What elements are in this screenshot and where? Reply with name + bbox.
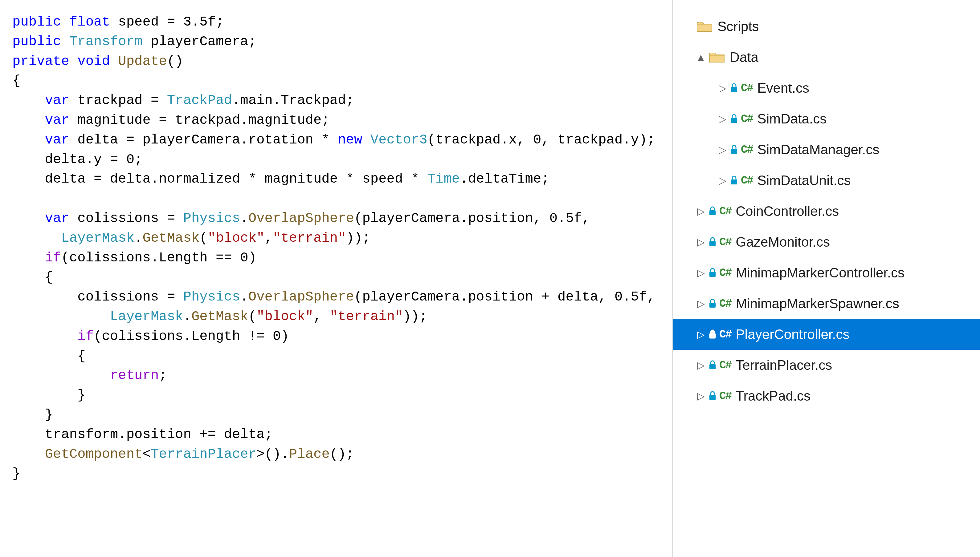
tree-item-label: TerrainPlacer.cs <box>736 357 980 373</box>
tree-file[interactable]: ▷C#SimDataManager.cs <box>673 134 980 165</box>
lock-icon <box>730 114 738 124</box>
lock-icon <box>730 83 738 93</box>
expand-icon[interactable]: ▷ <box>695 390 707 402</box>
tree-file[interactable]: ▷C#CoinController.cs <box>673 196 980 226</box>
expand-icon[interactable]: ▷ <box>695 267 707 278</box>
csharp-file-icon: C# <box>741 174 753 187</box>
csharp-file-icon: C# <box>741 113 753 125</box>
code-line[interactable]: var colissions = Physics.OverlapSphere(p… <box>12 209 666 228</box>
code-line[interactable]: transform.position += delta; <box>12 425 666 445</box>
lock-icon <box>708 329 717 340</box>
svg-rect-9 <box>709 364 715 369</box>
lock-icon <box>708 298 717 309</box>
lock-icon <box>708 391 717 401</box>
tree-item-label: Scripts <box>717 19 980 34</box>
tree-item-label: SimDataUnit.cs <box>757 173 980 188</box>
code-line[interactable]: LayerMask.GetMask("block","terrain")); <box>12 228 666 248</box>
tree-item-label: Event.cs <box>757 80 980 96</box>
csharp-file-icon: C# <box>741 143 753 156</box>
expand-icon[interactable]: ▷ <box>695 359 707 371</box>
csharp-file-icon: C# <box>741 82 753 94</box>
svg-rect-10 <box>709 395 715 400</box>
code-editor[interactable]: public float speed = 3.5f;public Transfo… <box>0 0 673 557</box>
code-line[interactable]: var magnitude = trackpad.magnitude; <box>12 111 666 130</box>
tree-item-label: PlayerController.cs <box>736 327 980 342</box>
code-line[interactable]: } <box>12 405 666 425</box>
lock-icon <box>708 360 717 370</box>
csharp-file-icon: C# <box>719 236 731 249</box>
tree-file[interactable]: ▷C#PlayerController.cs <box>673 319 980 350</box>
expand-icon[interactable]: ▷ <box>695 205 707 217</box>
expand-icon[interactable]: ▷ <box>695 298 707 309</box>
code-line[interactable]: LayerMask.GetMask("block", "terrain")); <box>12 307 666 327</box>
code-line[interactable]: if(colissions.Length == 0) <box>12 248 666 268</box>
csharp-file-icon: C# <box>719 328 731 341</box>
csharp-file-icon: C# <box>719 390 731 402</box>
tree-item-label: GazeMonitor.cs <box>736 235 980 250</box>
svg-rect-5 <box>709 241 715 246</box>
code-line[interactable]: { <box>12 346 666 366</box>
expand-icon[interactable]: ▷ <box>695 236 707 248</box>
lock-icon <box>708 267 717 278</box>
svg-rect-8 <box>709 334 715 339</box>
svg-rect-3 <box>731 179 737 184</box>
csharp-file-icon: C# <box>719 359 731 371</box>
code-line[interactable]: private void Update() <box>12 52 666 72</box>
code-line[interactable]: delta = delta.normalized * magnitude * s… <box>12 169 666 189</box>
svg-rect-4 <box>709 210 715 215</box>
lock-icon <box>708 237 717 247</box>
code-line[interactable]: var delta = playerCamera.rotation * new … <box>12 130 666 150</box>
expand-icon[interactable]: ▷ <box>695 329 707 340</box>
lock-icon <box>730 144 738 155</box>
csharp-file-icon: C# <box>719 267 731 279</box>
tree-file[interactable]: ▷C#GazeMonitor.cs <box>673 226 980 257</box>
tree-item-label: CoinController.cs <box>736 204 980 219</box>
csharp-file-icon: C# <box>719 297 731 310</box>
code-line[interactable]: return; <box>12 366 666 386</box>
svg-rect-6 <box>709 272 715 277</box>
tree-file[interactable]: ▷C#TrackPad.cs <box>673 381 980 411</box>
code-line[interactable] <box>12 189 666 209</box>
tree-file[interactable]: ▷C#TerrainPlacer.cs <box>673 350 980 381</box>
code-line[interactable]: { <box>12 267 666 287</box>
tree-folder[interactable]: Scripts <box>673 11 980 42</box>
expand-icon[interactable]: ▷ <box>716 113 728 125</box>
expand-icon[interactable]: ▷ <box>716 144 728 155</box>
svg-rect-0 <box>731 87 737 92</box>
tree-file[interactable]: ▷C#Event.cs <box>673 73 980 103</box>
tree-file[interactable]: ▷C#MinimapMarkerController.cs <box>673 257 980 288</box>
code-line[interactable]: } <box>12 386 666 405</box>
code-line[interactable]: delta.y = 0; <box>12 150 666 169</box>
csharp-file-icon: C# <box>719 205 731 218</box>
svg-rect-7 <box>709 303 715 308</box>
code-line[interactable]: public Transform playerCamera; <box>12 32 666 52</box>
solution-explorer[interactable]: Scripts▲Data▷C#Event.cs▷C#SimData.cs▷C#S… <box>673 0 980 557</box>
tree-file[interactable]: ▷C#MinimapMarkerSpawner.cs <box>673 288 980 319</box>
code-line[interactable]: var trackpad = TrackPad.main.Trackpad; <box>12 91 666 111</box>
folder-icon <box>696 20 712 33</box>
lock-icon <box>708 206 717 217</box>
code-line[interactable]: { <box>12 71 666 91</box>
tree-item-label: SimData.cs <box>757 111 980 127</box>
lock-icon <box>730 175 738 186</box>
tree-item-label: MinimapMarkerController.cs <box>736 265 980 280</box>
code-line[interactable]: public float speed = 3.5f; <box>12 12 666 32</box>
tree-item-label: Data <box>730 50 980 65</box>
expand-icon[interactable]: ▷ <box>716 82 728 94</box>
code-line[interactable]: colissions = Physics.OverlapSphere(playe… <box>12 287 666 307</box>
tree-file[interactable]: ▷C#SimDataUnit.cs <box>673 165 980 196</box>
code-line[interactable]: GetComponent<TerrainPlacer>().Place(); <box>12 445 666 464</box>
folder-icon <box>709 51 725 64</box>
code-line[interactable]: } <box>12 464 666 484</box>
tree-item-label: SimDataManager.cs <box>757 142 980 157</box>
svg-rect-2 <box>731 149 737 154</box>
tree-item-label: MinimapMarkerSpawner.cs <box>736 296 980 311</box>
tree-item-label: TrackPad.cs <box>736 388 980 404</box>
tree-folder[interactable]: ▲Data <box>673 42 980 73</box>
svg-rect-1 <box>731 118 737 123</box>
code-line[interactable]: if(colissions.Length != 0) <box>12 327 666 346</box>
collapse-icon[interactable]: ▲ <box>695 52 707 63</box>
tree-file[interactable]: ▷C#SimData.cs <box>673 103 980 134</box>
expand-icon[interactable]: ▷ <box>716 174 728 186</box>
